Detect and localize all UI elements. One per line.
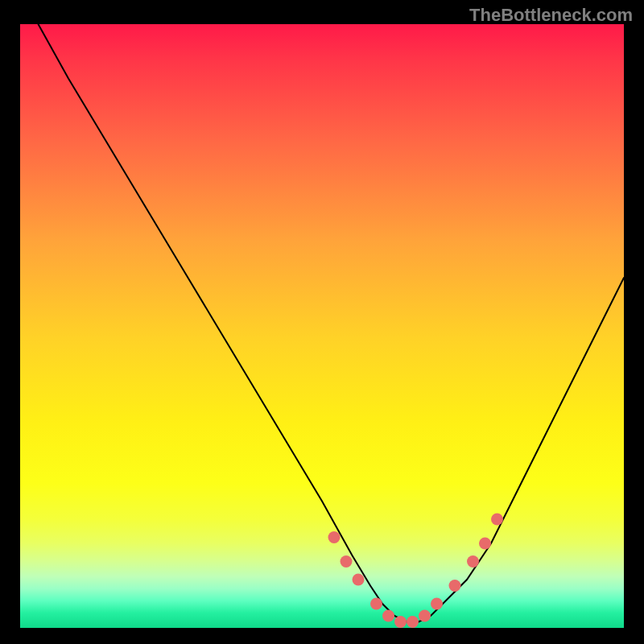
chart-svg xyxy=(20,24,624,628)
data-point xyxy=(467,555,479,568)
data-point xyxy=(382,610,394,622)
data-point xyxy=(370,598,382,610)
plot-area xyxy=(20,24,624,628)
data-point xyxy=(407,616,419,628)
data-point xyxy=(328,531,341,543)
data-point xyxy=(394,616,407,628)
data-point xyxy=(479,538,491,550)
data-point xyxy=(341,555,353,568)
attribution-watermark: TheBottleneck.com xyxy=(469,5,633,26)
data-point xyxy=(431,598,443,610)
data-point xyxy=(419,610,431,622)
data-point xyxy=(353,574,365,586)
figure-root: TheBottleneck.com xyxy=(0,0,644,644)
data-point xyxy=(449,580,461,592)
data-point xyxy=(491,514,503,526)
